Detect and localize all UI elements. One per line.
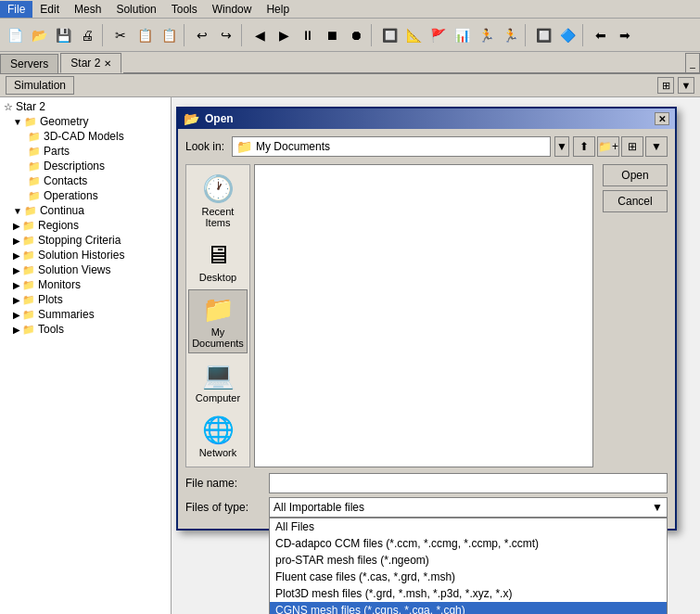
- sol-hist-toggle[interactable]: ▶: [13, 250, 20, 261]
- summaries-icon: 📁: [22, 309, 35, 321]
- menu-file[interactable]: File: [0, 1, 32, 18]
- tools-toggle[interactable]: ▶: [13, 325, 20, 335]
- record-btn[interactable]: ⏺: [345, 24, 367, 46]
- open-action-btn[interactable]: Open: [603, 164, 668, 186]
- tree-descriptions[interactable]: 📁 Descriptions: [2, 159, 169, 173]
- operations-icon: 📁: [28, 190, 41, 202]
- redo-btn[interactable]: ↪: [215, 24, 237, 46]
- type-option-plot3d[interactable]: Plot3D mesh files (*.grd, *.msh, *.p3d, …: [270, 585, 667, 602]
- filetype-label: Files of type:: [185, 501, 269, 514]
- tree-monitors[interactable]: ▶ 📁 Monitors: [2, 277, 169, 292]
- type-option-fluent[interactable]: Fluent case files (*.cas, *.grd, *.msh): [270, 569, 667, 585]
- tree-operations[interactable]: 📁 Operations: [2, 188, 169, 203]
- filetype-select[interactable]: All Importable files ▼: [269, 497, 668, 518]
- file-list[interactable]: [254, 164, 593, 467]
- sol-views-toggle[interactable]: ▶: [13, 265, 20, 275]
- menu-window[interactable]: Window: [205, 1, 260, 18]
- tree-stopping[interactable]: ▶ 📁 Stopping Criteria: [2, 233, 169, 248]
- menu-solution[interactable]: Solution: [108, 1, 163, 18]
- back-btn[interactable]: ⬅: [590, 24, 612, 46]
- type-option-ccm[interactable]: CD-adapco CCM files (*.ccm, *.ccmg, *.cc…: [270, 535, 667, 552]
- open-btn[interactable]: 📂: [28, 24, 50, 46]
- menu-mesh[interactable]: Mesh: [67, 1, 108, 18]
- new-btn[interactable]: 📄: [4, 24, 26, 46]
- print-btn[interactable]: 🖨: [76, 24, 98, 46]
- tree-contacts[interactable]: 📁 Contacts: [2, 173, 169, 188]
- flag-btn[interactable]: 🚩: [426, 24, 449, 46]
- nav-computer[interactable]: 💻 Computer: [188, 355, 248, 408]
- sep6: [582, 24, 586, 46]
- nav-network[interactable]: 🌐 Network: [188, 410, 248, 463]
- menu-tools[interactable]: Tools: [164, 1, 205, 18]
- up-folder-btn[interactable]: ⬆: [573, 136, 595, 157]
- copy-btn[interactable]: 📋: [134, 24, 156, 46]
- run-btn[interactable]: 🏃: [475, 24, 497, 46]
- tree-continua[interactable]: ▼ 📁 Continua: [2, 203, 169, 218]
- paste-btn[interactable]: 📋: [158, 24, 180, 46]
- continua-label: Continua: [40, 204, 84, 217]
- undo-btn[interactable]: ↩: [191, 24, 213, 46]
- continua-toggle[interactable]: ▼: [13, 206, 22, 216]
- stop-btn[interactable]: ⏹: [321, 24, 343, 46]
- summaries-toggle[interactable]: ▶: [13, 310, 20, 320]
- filter-btn[interactable]: 🔲: [378, 24, 401, 46]
- run2-btn[interactable]: 🏃: [499, 24, 521, 46]
- plots-icon: 📁: [22, 294, 35, 306]
- sim-icon-2[interactable]: ▼: [678, 77, 694, 94]
- menu-edit[interactable]: Edit: [32, 1, 67, 18]
- tree-geometry[interactable]: ▼ 📁 Geometry: [2, 114, 169, 129]
- filename-input[interactable]: [269, 473, 668, 493]
- tab-minimize-btn[interactable]: _: [685, 53, 700, 73]
- tree-parts[interactable]: 📁 Parts: [2, 144, 169, 159]
- tree-sol-views[interactable]: ▶ 📁 Solution Views: [2, 262, 169, 277]
- dialog-close-btn[interactable]: ✕: [655, 112, 669, 125]
- look-in-btns: ⬆ 📁+ ⊞ ▼: [573, 136, 668, 157]
- regions-icon: 📁: [22, 220, 35, 232]
- view-toggle-btn[interactable]: ⊞: [621, 136, 643, 157]
- monitors-toggle[interactable]: ▶: [13, 280, 20, 290]
- forward-btn[interactable]: ➡: [614, 24, 636, 46]
- tree-sol-hist[interactable]: ▶ 📁 Solution Histories: [2, 248, 169, 262]
- nav-desktop-label: Desktop: [199, 272, 236, 283]
- mesh-btn[interactable]: 🔷: [556, 24, 579, 46]
- content-area: 📂 Open ✕ Look in: 📁 My Documents ▼: [172, 97, 700, 614]
- tree-root[interactable]: ☆ Star 2: [2, 99, 169, 114]
- chart-btn[interactable]: 📊: [451, 24, 473, 46]
- plots-toggle[interactable]: ▶: [13, 295, 20, 305]
- sep4: [371, 24, 375, 46]
- tree-summaries[interactable]: ▶ 📁 Summaries: [2, 307, 169, 322]
- look-in-dropdown-btn[interactable]: ▼: [554, 136, 569, 157]
- view-btn[interactable]: 🔲: [532, 24, 554, 46]
- nav-desktop[interactable]: 🖥 Desktop: [188, 235, 248, 288]
- look-in-select[interactable]: 📁 My Documents: [232, 136, 551, 157]
- prev-btn[interactable]: ◀: [248, 24, 271, 46]
- type-option-all-files[interactable]: All Files: [270, 518, 667, 535]
- play-btn[interactable]: ▶: [273, 24, 295, 46]
- nav-mydocs[interactable]: 📁 My Documents: [188, 289, 248, 353]
- menu-help[interactable]: Help: [259, 1, 297, 18]
- tab-star2[interactable]: Star 2 ✕: [60, 53, 121, 73]
- tab-star2-close[interactable]: ✕: [104, 58, 111, 69]
- cancel-action-btn[interactable]: Cancel: [603, 190, 668, 212]
- geometry-toggle[interactable]: ▼: [13, 117, 22, 127]
- view-dropdown-btn[interactable]: ▼: [645, 136, 668, 157]
- stopping-toggle[interactable]: ▶: [13, 236, 20, 246]
- tree-tools[interactable]: ▶ 📁 Tools: [2, 322, 169, 337]
- simulation-btn[interactable]: Simulation: [6, 76, 74, 95]
- tree-plots[interactable]: ▶ 📁 Plots: [2, 292, 169, 307]
- tab-servers[interactable]: Servers: [0, 54, 58, 73]
- monitors-icon: 📁: [22, 279, 35, 291]
- save-btn[interactable]: 💾: [52, 24, 74, 46]
- nav-recent[interactable]: 🕐 Recent Items: [188, 169, 248, 233]
- cut-btn[interactable]: ✂: [109, 24, 132, 46]
- sim-icon-1[interactable]: ⊞: [657, 77, 674, 94]
- tree-regions[interactable]: ▶ 📁 Regions: [2, 218, 169, 233]
- new-folder-btn[interactable]: 📁+: [597, 136, 619, 157]
- type-option-cgns[interactable]: CGNS mesh files (*.cgns, *.cga, *.cgh): [270, 602, 667, 614]
- tree-3dcad[interactable]: 📁 3D-CAD Models: [2, 129, 169, 144]
- regions-toggle[interactable]: ▶: [13, 221, 20, 231]
- select-btn[interactable]: 📐: [402, 24, 425, 46]
- pause-btn[interactable]: ⏸: [297, 24, 319, 46]
- type-option-prostar[interactable]: pro-STAR mesh files (*.ngeom): [270, 552, 667, 569]
- sep3: [241, 24, 245, 46]
